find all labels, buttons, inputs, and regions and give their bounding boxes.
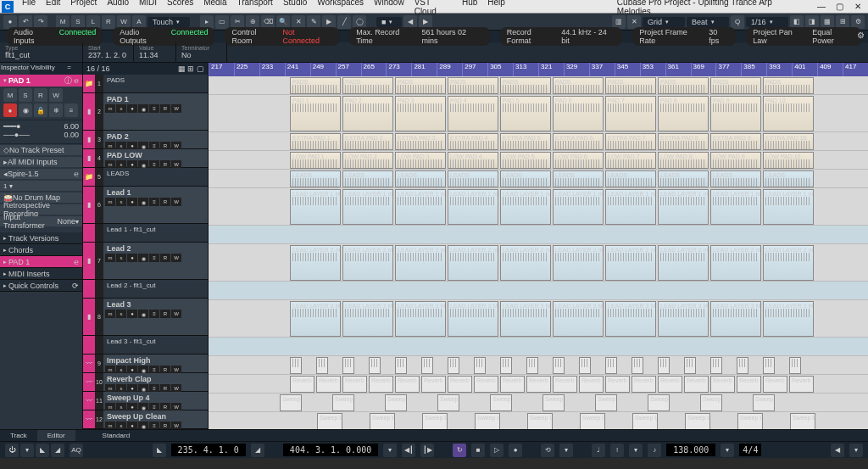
stop-button[interactable]: ■ xyxy=(471,444,485,457)
record-button[interactable]: ● xyxy=(509,444,522,457)
retrospective-button[interactable]: ⟲ xyxy=(541,444,554,457)
event-display[interactable]: 2172252332412492572652732812892973053133… xyxy=(209,63,868,429)
mute-toggle[interactable]: M xyxy=(3,88,17,102)
record-toggle[interactable]: ● xyxy=(3,103,17,117)
tempo-track-button[interactable]: ♪ xyxy=(648,444,661,457)
solo-toggle[interactable]: S xyxy=(19,88,32,102)
tool-range[interactable]: ▭ xyxy=(215,15,229,29)
rec-mode-button[interactable]: ▾ xyxy=(559,444,573,457)
track-row[interactable]: Lead 3 - flt1_cut xyxy=(83,336,208,355)
track-row[interactable]: ▮4PAD LOWms●◉≡RW xyxy=(83,149,208,168)
track-row[interactable]: ▮2PAD 1ms●◉≡RW xyxy=(83,93,208,131)
inspector-section[interactable]: ▸Quick Controls⟳ xyxy=(0,280,82,292)
play-button[interactable]: ▷ xyxy=(490,444,504,457)
tool-line[interactable]: ╱ xyxy=(337,15,351,29)
menu-workspaces[interactable]: Workspaces xyxy=(312,0,369,16)
transport-punch[interactable]: ▾ xyxy=(20,444,34,457)
inspector-section[interactable]: ▸Track Versions xyxy=(0,232,82,244)
app-title: Cubase Pro Project - Uplifting Trance Ar… xyxy=(612,0,812,16)
time-format-button[interactable]: ▾ xyxy=(383,444,397,457)
freeze-toggle[interactable]: ❄ xyxy=(49,103,63,117)
tap-tempo-button[interactable]: ▾ xyxy=(721,444,734,457)
cycle-button[interactable]: ↻ xyxy=(453,444,466,457)
editor-tab[interactable]: Editor xyxy=(37,430,75,441)
visibility-tab[interactable]: Visibility xyxy=(30,63,56,75)
track-row[interactable]: Lead 2 - flt1_cut xyxy=(83,280,208,299)
menu-help[interactable]: Help xyxy=(482,0,510,16)
equals-icon[interactable]: = xyxy=(56,63,82,75)
menu-audio[interactable]: Audio xyxy=(102,0,134,16)
maximize-button[interactable]: ▢ xyxy=(831,2,848,11)
track-row[interactable]: ▮8Lead 3ms●◉≡RW xyxy=(83,299,208,336)
lock-toggle[interactable]: 🔒 xyxy=(34,103,47,117)
menu-vst cloud[interactable]: VST Cloud xyxy=(409,0,457,16)
track-tab[interactable]: Track xyxy=(0,430,37,441)
locator-right-icon[interactable]: ◢ xyxy=(251,444,264,457)
track-row[interactable]: 〰11Sweep Up 4ms●◉≡RW xyxy=(83,392,208,410)
standard-tab[interactable]: Standard xyxy=(92,430,140,441)
write-toggle[interactable]: W xyxy=(49,88,63,102)
menu-studio[interactable]: Studio xyxy=(278,0,312,16)
input-transformer[interactable]: Input TransformerNone ▾ xyxy=(0,216,82,226)
close-button[interactable]: ✕ xyxy=(849,2,866,11)
read-toggle[interactable]: R xyxy=(34,88,47,102)
count-in-button[interactable]: ! xyxy=(610,444,624,457)
read-button[interactable]: R xyxy=(102,15,115,29)
transport-punch-out[interactable]: ◢ xyxy=(51,444,64,457)
marker-right[interactable]: ┃▶ xyxy=(420,444,434,457)
snap-type-select[interactable]: Grid xyxy=(643,17,685,27)
sync-button[interactable]: ◀ xyxy=(831,444,844,457)
menu-file[interactable]: File xyxy=(17,0,41,16)
automation-mode-select[interactable]: Touch xyxy=(147,17,190,27)
menu-media[interactable]: Media xyxy=(198,0,231,16)
inspector-tab[interactable]: Inspector xyxy=(0,63,30,75)
time-sig-display[interactable]: 4/4 xyxy=(739,444,761,456)
track-row[interactable]: 〰9Impact Highms●◉≡RW xyxy=(83,355,208,373)
track-row[interactable]: Lead 1 - flt1_cut xyxy=(83,224,208,243)
track-list: 16 / 16 ▦ ⊞ ▢ 📁1PADS▮2PAD 1ms●◉≡RW▮3PAD … xyxy=(83,63,209,429)
inspector-section[interactable]: ▸PAD 1℮ xyxy=(0,256,82,268)
marker-left[interactable]: ◀┃ xyxy=(402,444,415,457)
track-row[interactable]: ▮6Lead 1ms●◉≡RW xyxy=(83,187,208,224)
tempo-display[interactable]: 138.000 xyxy=(666,444,715,456)
menu-hub[interactable]: Hub xyxy=(457,0,482,16)
midi-input-select[interactable]: ▸ All MIDI Inputs xyxy=(0,157,82,167)
locator-left-icon[interactable]: ◣ xyxy=(153,444,166,457)
track-row[interactable]: ▮7Lead 2ms●◉≡RW xyxy=(83,243,208,280)
lane-toggle[interactable]: ≡ xyxy=(64,103,78,117)
track-row[interactable]: 〰10Reverb Clapms●◉≡RW xyxy=(83,373,208,392)
ruler[interactable]: 2172252332412492572652732812892973053133… xyxy=(209,63,868,76)
track-row[interactable]: 📁1PADS xyxy=(83,75,208,93)
color-select[interactable]: ■ xyxy=(376,17,402,27)
left-locator[interactable]: 235. 4. 1. 0 xyxy=(171,444,246,456)
click-settings-button[interactable]: ▾ xyxy=(629,444,643,457)
menu-project[interactable]: Project xyxy=(65,0,102,16)
primary-time[interactable]: 404. 3. 1. 0.000 xyxy=(283,444,378,456)
menu-window[interactable]: Window xyxy=(369,0,409,16)
inspector-track-header[interactable]: ▾PAD 1 ⓘ ℮ xyxy=(0,75,82,87)
grid-type-select[interactable]: Beat xyxy=(687,17,729,27)
quantize-button[interactable]: Q xyxy=(731,15,744,29)
track-row[interactable]: 📁5LEADS xyxy=(83,168,208,187)
menu-edit[interactable]: Edit xyxy=(41,0,65,16)
track-row[interactable]: 〰12Sweep Up Cleanms●◉≡RW xyxy=(83,410,208,429)
transport-power[interactable]: ⏻ xyxy=(5,444,19,457)
quantize-select[interactable]: 1/16 xyxy=(746,17,788,27)
track-header-icon[interactable]: ▦ ⊞ ▢ xyxy=(178,64,204,73)
menu-midi[interactable]: MIDI xyxy=(134,0,162,16)
channel-select[interactable]: 1 ▾ xyxy=(0,181,82,191)
minimize-button[interactable]: — xyxy=(812,2,829,11)
menu-scores[interactable]: Scores xyxy=(162,0,198,16)
transport-punch-in[interactable]: ◣ xyxy=(36,444,49,457)
monitor-toggle[interactable]: ◉ xyxy=(19,103,32,117)
instrument-select[interactable]: ◂ Spire-1.5 ℮ xyxy=(0,169,82,179)
sync-settings-button[interactable]: ▾ xyxy=(849,444,863,457)
track-preset-select[interactable]: ◇ No Track Preset xyxy=(0,145,82,155)
autoquantize-button[interactable]: AQ xyxy=(70,444,83,457)
track-row[interactable]: ▮3PAD 2ms●◉≡RW xyxy=(83,131,208,149)
gear-icon[interactable]: ⚙ xyxy=(857,31,865,40)
metronome-button[interactable]: ♩ xyxy=(592,444,605,457)
inspector-section[interactable]: ▸MIDI Inserts xyxy=(0,268,82,280)
menu-transport[interactable]: Transport xyxy=(231,0,277,16)
inspector-section[interactable]: ▸Chords xyxy=(0,244,82,256)
